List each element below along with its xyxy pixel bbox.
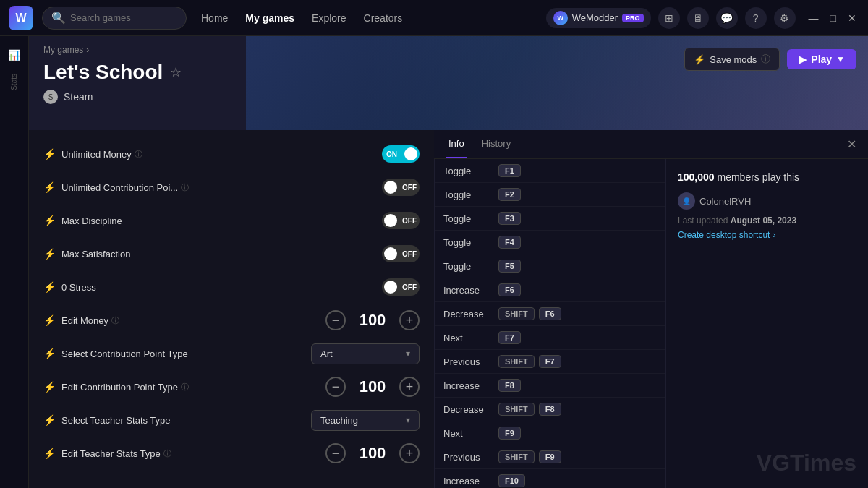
game-header: My games › Let's School ☆ S Steam ⚡ Save… [29,36,868,130]
user-badge[interactable]: W WeModder PRO [546,8,651,28]
nav-icon-grid[interactable]: ⊞ [658,7,680,29]
edit-contribution-increase-btn[interactable]: + [399,377,420,397]
edit-money-decrease-btn[interactable]: − [326,310,346,330]
toggle-max-discipline[interactable]: OFF [382,212,420,229]
key-badge-shift: SHIFT [498,403,535,416]
shortcut-row: Toggle F1 [435,159,665,183]
mod-label: Max Discipline [61,215,376,226]
mod-label: Select Contribution Point Type [61,348,305,359]
bolt-icon: ⚡ [43,181,56,193]
key-badge: F8 [498,379,521,392]
members-stat: 100,000 members play this [678,171,856,184]
mod-label: Unlimited Contribution Poi... ⓘ [61,182,376,193]
toggle-zero-stress[interactable]: OFF [382,278,420,296]
toggle-label: ON [386,150,397,158]
nav-icon-help[interactable]: ? [745,7,767,29]
create-shortcut-link[interactable]: Create desktop shortcut › [678,230,856,240]
nav-creators[interactable]: Creators [364,12,403,24]
minimize-btn[interactable]: — [806,11,822,25]
breadcrumb-parent[interactable]: My games [43,45,83,55]
mod-select-teacher: ⚡ Select Teacher Stats Type Teaching ▾ [29,403,434,437]
tab-history[interactable]: History [479,130,514,158]
members-count: 100,000 members play this [678,171,799,183]
shortcut-label: Next [443,428,494,439]
bolt-icon: ⚡ [43,381,56,393]
shortcut-row: Previous SHIFT F7 [435,350,665,374]
left-sidebar: 📊 Stats [0,36,29,488]
nav-explore[interactable]: Explore [312,12,346,24]
shortcut-row: Toggle F5 [435,254,665,278]
search-input[interactable] [70,12,177,23]
mod-edit-contribution: ⚡ Edit Contribution Point Type ⓘ − 100 + [29,370,434,403]
save-mods-button[interactable]: ⚡ Save mods ⓘ [684,48,780,71]
key-badge: F7 [498,331,521,344]
edit-money-value: 100 [354,311,391,330]
save-info-icon: ⓘ [761,53,770,66]
bolt-icon: ⚡ [43,248,56,260]
tab-info[interactable]: Info [446,130,467,158]
play-button[interactable]: ▶ Play ▼ [787,49,856,69]
shortcuts-panel: Toggle F1 Toggle F2 Toggle F3 Toggle [434,159,665,488]
nav-icon-discord[interactable]: 💬 [716,7,738,29]
mod-edit-money: ⚡ Edit Money ⓘ − 100 + [29,304,434,337]
mod-max-discipline: ⚡ Max Discipline OFF [29,204,434,237]
maximize-btn[interactable]: □ [827,11,839,25]
right-area: Info History ✕ Toggle F1 Toggle F2 [434,130,868,488]
mod-label: Edit Contribution Point Type ⓘ [61,382,320,393]
shortcut-row: Next F9 [435,421,665,445]
info-icon[interactable]: ⓘ [163,448,171,459]
shortcut-row: Toggle F4 [435,231,665,254]
info-icon[interactable]: ⓘ [181,182,189,193]
edit-contribution-value: 100 [354,377,391,396]
nav-home[interactable]: Home [201,12,228,24]
bolt-icon: ⚡ [43,414,56,426]
teacher-dropdown[interactable]: Teaching ▾ [311,410,420,431]
edit-contribution-decrease-btn[interactable]: − [326,377,346,397]
key-badge-shift: SHIFT [498,307,535,320]
platform-label: Steam [64,91,93,103]
close-btn[interactable]: ✕ [845,11,859,25]
mod-select-contribution: ⚡ Select Contribution Point Type Art ▾ [29,337,434,370]
top-navigation: W 🔍 Home My games Explore Creators W WeM… [0,0,868,36]
pro-badge: PRO [622,14,644,22]
nav-my-games[interactable]: My games [245,12,294,24]
toggle-unlimited-money[interactable]: ON [382,145,420,163]
contribution-dropdown[interactable]: Art ▾ [311,343,420,364]
nav-icon-settings[interactable]: ⚙ [774,7,796,29]
nav-icon-monitor[interactable]: 🖥 [687,7,709,29]
search-box[interactable]: 🔍 [42,7,187,30]
sidebar-stats-label: Stats [10,74,18,90]
toggle-label: OFF [402,250,417,258]
shortcut-label: Toggle [443,261,494,272]
key-badge: F1 [498,164,521,177]
close-info-button[interactable]: ✕ [847,137,856,151]
mod-unlimited-money: ⚡ Unlimited Money ⓘ ON [29,137,434,171]
header-actions: ⚡ Save mods ⓘ ▶ Play ▼ [684,48,856,71]
toggle-unlimited-contribution[interactable]: OFF [382,179,420,196]
platform-row: S Steam [43,90,854,104]
shortcut-label: Decrease [443,309,494,320]
key-badge-shift: SHIFT [498,450,535,463]
game-title: Let's School [43,61,163,84]
edit-teacher-value: 100 [354,444,391,463]
shortcut-label: Next [443,333,494,343]
key-badge: F7 [539,355,561,368]
dropdown-value: Teaching [320,415,358,426]
toggle-thumb [384,181,397,194]
toggle-max-satisfaction[interactable]: OFF [382,245,420,262]
info-icon[interactable]: ⓘ [111,315,119,326]
key-badge-shift: SHIFT [498,355,535,368]
sidebar-icon-stats[interactable]: 📊 [4,45,25,65]
shortcut-label: Toggle [443,237,494,248]
toggle-thumb [384,281,397,294]
info-icon[interactable]: ⓘ [135,149,142,160]
edit-teacher-decrease-btn[interactable]: − [326,443,346,463]
edit-money-increase-btn[interactable]: + [399,310,420,330]
main-content: ⚡ Unlimited Money ⓘ ON ⚡ Unlimited Contr… [29,130,868,488]
app-logo[interactable]: W [9,6,33,30]
info-icon[interactable]: ⓘ [181,382,189,393]
shortcut-row: Increase F6 [435,278,665,302]
favorite-star-icon[interactable]: ☆ [170,64,182,80]
shortcut-label: Increase [443,380,494,391]
edit-teacher-increase-btn[interactable]: + [399,443,420,463]
